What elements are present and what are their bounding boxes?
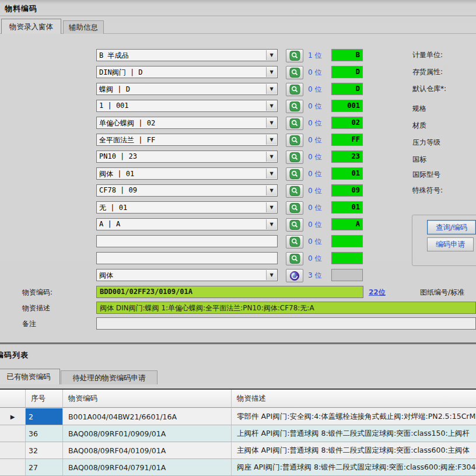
seq-cell[interactable]: 27 — [26, 459, 63, 475]
section-splitter[interactable] — [0, 342, 476, 345]
form-combo-9[interactable]: 无 | 01▼ — [96, 201, 278, 214]
chevron-down-icon[interactable]: ▼ — [266, 202, 276, 212]
chevron-down-icon[interactable]: ▼ — [266, 152, 276, 162]
col-header-desc[interactable]: 物资描述 — [232, 390, 476, 407]
drawing-no-label: 图纸编号/标准 — [420, 288, 476, 298]
col-header-code[interactable]: 物资编码 — [63, 390, 232, 407]
search-button-10[interactable] — [286, 218, 303, 232]
material-code-field[interactable]: BDD001/02FF23/0109/01A — [96, 286, 363, 298]
form-combo-5[interactable]: 全平面法兰 | FF▼ — [96, 134, 278, 146]
right-label-5: 压力等级 — [412, 138, 440, 148]
code-apply-button[interactable]: 编码申请 — [427, 237, 474, 251]
col-header-seq[interactable]: 序号 — [26, 390, 63, 407]
chevron-down-icon[interactable]: ▼ — [266, 135, 276, 145]
right-label-0: 计量单位: — [412, 50, 443, 60]
magnifier-icon — [289, 135, 300, 145]
code-segment-box-10: A — [331, 218, 363, 230]
row-selector-cell[interactable] — [0, 425, 26, 442]
code-segment-box-7: 01 — [331, 167, 363, 180]
search-button-7[interactable] — [286, 167, 303, 181]
magnifier-icon — [289, 186, 300, 196]
search-button-12[interactable] — [286, 252, 303, 265]
search-button-2[interactable] — [286, 83, 303, 96]
bit-count-4: 0 位 — [308, 118, 331, 128]
search-button-8[interactable] — [286, 184, 303, 198]
chevron-down-icon[interactable]: ▼ — [266, 219, 276, 229]
chevron-down-icon[interactable]: ▼ — [266, 118, 276, 128]
desc-cell[interactable]: 上阀杆 API阀门:普通球阀 8:锻件二段式固定球阀:突面:class150:上… — [232, 425, 476, 442]
code-segment-box-8: 09 — [331, 184, 363, 197]
form-input-11[interactable] — [96, 235, 278, 247]
seq-cell[interactable]: 2 — [26, 408, 63, 425]
form-input-12[interactable] — [96, 252, 278, 264]
code-length-link[interactable]: 22位 — [369, 288, 386, 298]
name-helper-button[interactable] — [286, 269, 303, 282]
form-combo-8[interactable]: CF78 | 09▼ — [96, 184, 278, 197]
material-coding-window: 物料编码 物资录入窗体 辅助信息 B 半成品▼1 位BDIN阀门 | D▼0 位… — [0, 0, 476, 476]
row-selector-cell[interactable] — [0, 442, 26, 459]
chevron-down-icon[interactable]: ▼ — [266, 50, 276, 60]
magnifier-icon — [289, 152, 300, 162]
bit-count-12: 0 位 — [308, 254, 331, 264]
code-cell[interactable]: BAQ008/09RF04/0109/01A — [63, 442, 232, 459]
row-selector-cell[interactable]: ▶ — [0, 408, 26, 425]
form-combo-2[interactable]: 蝶阀 | D▼ — [96, 83, 278, 95]
search-button-9[interactable] — [286, 201, 303, 215]
code-segment-box-6: 23 — [331, 150, 363, 163]
right-label-4: 材质 — [412, 121, 426, 131]
bit-count-11: 0 位 — [308, 237, 331, 247]
table-row[interactable]: 32BAQ008/09RF04/0109/01A主阀体 API阀门:普通球阀 8… — [0, 442, 476, 459]
search-button-4[interactable] — [286, 117, 303, 130]
bit-count-3: 0 位 — [308, 102, 331, 111]
desc-cell[interactable]: 主阀体 API阀门:普通球阀 8:锻件二段式固定球阀:突面:class600:主… — [232, 442, 476, 459]
code-cell[interactable]: BAQ008/09RF04/0791/01A — [63, 459, 232, 475]
chevron-down-icon[interactable]: ▼ — [266, 270, 276, 280]
form-combo-13[interactable]: 阀体▼ — [96, 269, 278, 281]
material-desc-label: 物资描述 — [22, 303, 95, 313]
form-combo-6[interactable]: PN10 | 23▼ — [96, 150, 278, 163]
chevron-down-icon[interactable]: ▼ — [266, 169, 276, 178]
bit-count-13: 3 位 — [308, 271, 331, 281]
tab-material-entry[interactable]: 物资录入窗体 — [1, 19, 61, 34]
combo-value: 阀体 | 01 — [99, 169, 265, 179]
form-combo-10[interactable]: A | A▼ — [96, 218, 278, 230]
form-combo-4[interactable]: 单偏心蝶阀 | 02▼ — [96, 117, 278, 129]
table-row[interactable]: 27BAQ008/09RF04/0791/01A阀座 API阀门:普通球阀 8:… — [0, 459, 476, 476]
chevron-down-icon[interactable]: ▼ — [266, 67, 276, 77]
form-combo-3[interactable]: 1 | 001▼ — [96, 100, 278, 112]
table-row[interactable]: 36BAQ008/09RF01/0909/01A上阀杆 API阀门:普通球阀 8… — [0, 425, 476, 442]
search-button-3[interactable] — [286, 100, 303, 113]
bit-count-7: 0 位 — [308, 169, 331, 179]
seq-cell[interactable]: 36 — [26, 425, 63, 442]
search-button-6[interactable] — [286, 150, 303, 164]
code-table: 序号 物资编码 物资描述 ▶2B001A004/04BW21/6601/16A零… — [0, 388, 476, 476]
form-combo-7[interactable]: 阀体 | 01▼ — [96, 167, 278, 180]
row-selector-cell[interactable] — [0, 459, 26, 475]
tab-pending-requests[interactable]: 待处理的物资编码申请 — [61, 370, 158, 384]
code-cell[interactable]: BAQ008/09RF01/0909/01A — [63, 425, 232, 442]
bit-count-10: 0 位 — [308, 220, 331, 230]
material-desc-field[interactable]: 阀体 DIN阀门:蝶阀 1:单偏心蝶阀:全平面法兰:PN10:阀体:CF78:无… — [96, 302, 476, 314]
bit-count-8: 0 位 — [308, 186, 331, 196]
desc-cell[interactable]: 零部件 API阀门:安全阀:4:体盖螺栓连接角式截止阀:对焊端:PN2.5:15… — [232, 408, 476, 425]
search-button-5[interactable] — [286, 134, 303, 147]
code-cell[interactable]: B001A004/04BW21/6601/16A — [63, 408, 232, 425]
table-row[interactable]: ▶2B001A004/04BW21/6601/16A零部件 API阀门:安全阀:… — [0, 408, 476, 425]
form-combo-0[interactable]: B 半成品▼ — [96, 49, 278, 61]
tab-existing-codes[interactable]: 已有物资编码 — [0, 369, 60, 384]
seq-cell[interactable]: 32 — [26, 442, 63, 459]
remark-field[interactable] — [96, 317, 476, 330]
search-button-1[interactable] — [286, 66, 303, 79]
combo-value: 全平面法兰 | FF — [99, 135, 265, 145]
combo-value: 1 | 001 — [99, 102, 265, 110]
form-combo-1[interactable]: DIN阀门 | D▼ — [96, 66, 278, 78]
search-button-11[interactable] — [286, 235, 303, 249]
search-button-0[interactable] — [286, 49, 303, 62]
bit-count-1: 0 位 — [308, 68, 331, 78]
query-code-button[interactable]: 查询/编码 — [427, 220, 476, 235]
chevron-down-icon[interactable]: ▼ — [266, 101, 276, 111]
chevron-down-icon[interactable]: ▼ — [266, 186, 276, 195]
desc-cell[interactable]: 阀座 API阀门:普通球阀 8:锻件二段式固定球阀:突面:class600:阀座… — [232, 459, 476, 475]
tab-aux-info[interactable]: 辅助信息 — [63, 20, 104, 34]
chevron-down-icon[interactable]: ▼ — [266, 84, 276, 94]
